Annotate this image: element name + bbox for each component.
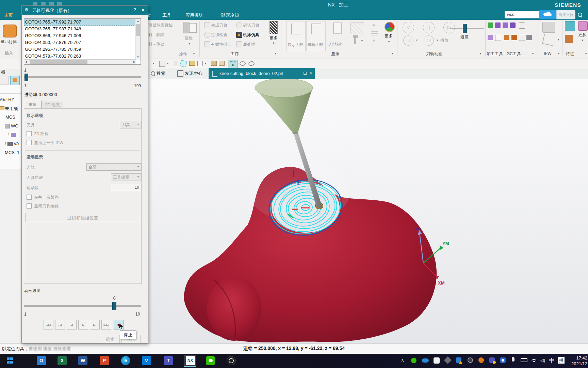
drag-upload-button[interactable]: 拖拽上传 — [556, 10, 575, 19]
search-icon[interactable] — [578, 12, 582, 18]
taskbar-vscode-icon[interactable]: V — [142, 356, 151, 365]
display-more-button[interactable]: 更多 ▼ — [382, 21, 396, 50]
navigator-icon[interactable] — [0, 76, 9, 85]
taskbar-outlook-icon[interactable]: O — [37, 356, 46, 365]
dialog-title-bar[interactable]: ⚙ 刀轨可视化（原有） ? × — [22, 6, 148, 15]
gouge-collision-settings-button[interactable]: 过切和碰撞设置 — [25, 213, 140, 222]
go-to-end-button[interactable]: ▷| — [424, 35, 434, 46]
tray-magnifier-icon[interactable] — [478, 357, 484, 363]
command-search-input[interactable]: wcs — [505, 11, 542, 18]
ok-button[interactable]: 确定 — [101, 335, 120, 343]
progress-slider-handle[interactable] — [24, 74, 28, 81]
tray-speaker-icon[interactable]: ◁) — [539, 358, 546, 363]
menu-item-tools[interactable]: 工具 — [162, 12, 171, 18]
tray-microphone-icon[interactable] — [512, 357, 514, 362]
discover-center-icon[interactable] — [177, 70, 183, 77]
checkbox-show-last-ipw[interactable] — [27, 140, 32, 145]
chevron-down-icon[interactable]: ▼ — [585, 52, 587, 55]
tab-close-icon[interactable]: × — [309, 70, 312, 76]
generate-toolpath-button[interactable]: 生成刀轨 — [211, 22, 227, 28]
feature-teach-icon[interactable] — [565, 35, 573, 43]
feature-search-icon[interactable] — [565, 21, 575, 31]
goto-list[interactable]: GOTO/3.765,-77.992,71.707 GOTO/3.765,-77… — [24, 18, 141, 65]
step-end-button[interactable]: ▶| — [90, 320, 100, 329]
motion-count-input[interactable]: 10 — [111, 184, 142, 191]
toolpath-dropdown[interactable]: 全部▼ — [86, 163, 142, 171]
pin-icon[interactable]: ⊡ — [303, 71, 307, 76]
box-crosshair-icon[interactable] — [197, 61, 203, 66]
show-toolpath-button[interactable]: 显示刀轨 — [286, 21, 306, 51]
gc-measure-icon[interactable] — [519, 22, 525, 29]
toolpath-report-button[interactable]: 刀轨报告 — [327, 21, 349, 51]
step-back-button[interactable]: ◀ — [67, 320, 77, 329]
scroll-down-icon[interactable]: ▼ — [135, 55, 141, 60]
gc-clock-icon[interactable] — [519, 35, 525, 41]
chevron-down-icon[interactable]: ▼ — [204, 62, 207, 65]
move-down-icon[interactable]: ▼ — [372, 38, 376, 43]
taskbar-powerpoint-icon[interactable]: P — [100, 356, 109, 365]
tray-app-cluster-icon[interactable] — [434, 357, 440, 364]
more-operations-button[interactable]: 更多 ▼ — [266, 21, 281, 50]
tray-projector-icon[interactable] — [521, 358, 527, 362]
goto-hscrollbar[interactable]: ◀ ▶ — [24, 59, 136, 64]
chevron-down-icon[interactable]: ▼ — [274, 52, 277, 55]
tree-item-mcs1[interactable]: MCS_1 — [5, 150, 19, 155]
goto-row[interactable]: GOTO/4.050,-77.876,70.707 — [24, 39, 141, 46]
chevron-down-icon[interactable]: ▼ — [415, 39, 418, 42]
taskbar-obs-icon[interactable] — [227, 356, 236, 365]
gc-panel-icon[interactable] — [504, 35, 509, 40]
gallery-item[interactable]: 料 - 积聚 — [148, 32, 180, 38]
gc-wrench-icon[interactable] — [511, 35, 517, 40]
vscroll-thumb[interactable] — [136, 24, 140, 36]
box-plus-icon[interactable] — [189, 61, 195, 66]
tray-outlook-alert-icon[interactable] — [456, 357, 461, 363]
tray-wheel-icon[interactable] — [468, 357, 473, 363]
chevron-down-icon[interactable]: ▼ — [479, 52, 482, 55]
tab-replay[interactable]: 重播 — [24, 100, 42, 109]
properties-button[interactable]: 属性 ▼ — [182, 21, 197, 50]
goto-row[interactable]: GOTO/3.866,-77.946,71.006 — [24, 32, 141, 39]
wire-box-icon[interactable] — [219, 61, 225, 66]
chevron-down-icon[interactable]: ▼ — [557, 38, 560, 41]
tree-item-variable[interactable]: VA — [14, 141, 19, 146]
tray-teams-status-icon[interactable] — [489, 357, 495, 363]
taskbar-wechat-icon[interactable] — [206, 356, 215, 365]
ipw-axis-icon[interactable] — [542, 34, 555, 46]
play-backward-button[interactable]: ◁ — [403, 22, 414, 33]
play-forward-button[interactable]: ▷ — [443, 22, 455, 33]
go-to-start-button[interactable]: |◁ — [403, 35, 413, 46]
ime-language-indicator[interactable]: 中 — [549, 357, 554, 364]
chevron-down-icon[interactable]: ▼ — [532, 52, 534, 55]
ipw-eye-icon[interactable] — [350, 22, 364, 33]
tree-item-mcs[interactable]: MCS — [5, 114, 15, 120]
dialog-close-icon[interactable]: × — [142, 7, 145, 13]
chevron-down-icon[interactable]: ▼ — [361, 40, 363, 43]
checkbox-pause-each-level[interactable] — [27, 195, 32, 200]
goto-row[interactable]: GOTO/4.295,-77.785,70.459 — [24, 46, 141, 53]
hscroll-thumb[interactable] — [30, 60, 87, 64]
gc-check-icon[interactable] — [488, 22, 493, 28]
pause-button[interactable]: || — [423, 22, 435, 33]
search-tab[interactable]: 搜索 — [157, 71, 165, 77]
chevron-down-icon[interactable]: ▼ — [557, 52, 560, 55]
taskbar-teams-icon[interactable]: T — [164, 356, 173, 365]
taskbar-clock[interactable]: 17:42 2021/12 — [568, 355, 587, 367]
ime-pinyin-icon[interactable]: 拼 — [558, 357, 565, 364]
tray-wechat-icon[interactable] — [411, 358, 416, 363]
ribbon-speed-slider-handle[interactable] — [463, 24, 467, 33]
snap-cursor-icon[interactable] — [173, 61, 178, 66]
netdisk-cloud-icon[interactable] — [539, 10, 556, 19]
tool-dropdown[interactable]: 刀具▼ — [120, 121, 142, 128]
tray-chevron-icon[interactable]: ∧ — [399, 358, 406, 363]
chevron-down-icon[interactable]: ▼ — [152, 62, 155, 65]
goto-row-selected[interactable]: GOTO/3.765,-77.992,71.707 — [24, 19, 141, 26]
chevron-down-icon[interactable]: ▼ — [391, 52, 394, 55]
gc-doc-icon[interactable] — [495, 35, 501, 41]
taskbar-edge-icon[interactable]: e — [121, 356, 130, 365]
progress-slider-track[interactable] — [24, 76, 141, 78]
help-icon[interactable]: ? — [133, 7, 136, 12]
gouge-check-button[interactable]: 过切检查 — [211, 32, 227, 38]
play-button[interactable]: ▶ — [78, 320, 88, 329]
navigator-geometry-icon[interactable] — [10, 76, 20, 85]
tree-item-unused[interactable]: 未用项 — [5, 106, 18, 112]
